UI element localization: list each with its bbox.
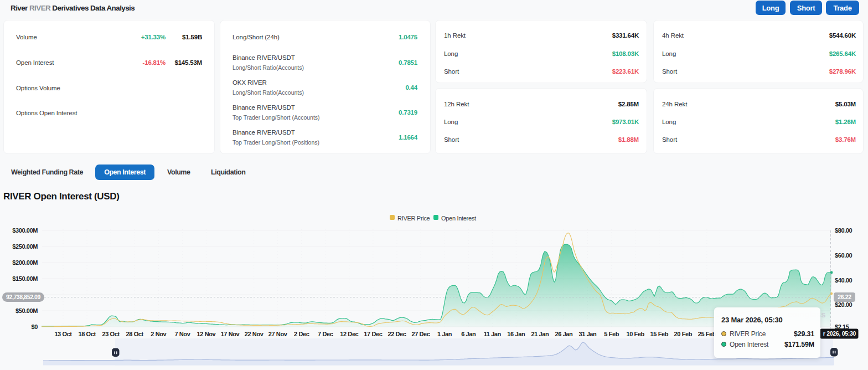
svg-text:r 2026, 05:30: r 2026, 05:30	[823, 330, 856, 337]
svg-text:$80.00: $80.00	[835, 227, 852, 234]
svg-text:31 Jan: 31 Jan	[579, 331, 597, 337]
svg-text:26.22: 26.22	[838, 294, 851, 300]
svg-text:$50.00M: $50.00M	[16, 307, 38, 314]
svg-text:22 Nov: 22 Nov	[245, 331, 264, 337]
svg-text:22 Dec: 22 Dec	[388, 331, 406, 337]
svg-text:92,738,852.09: 92,738,852.09	[6, 294, 41, 300]
svg-text:27 Dec: 27 Dec	[411, 331, 430, 337]
svg-text:$250.00M: $250.00M	[12, 243, 38, 250]
svg-text:1 Jan: 1 Jan	[437, 331, 452, 337]
svg-text:$40.00: $40.00	[835, 277, 852, 284]
svg-text:13 Oct: 13 Oct	[54, 331, 72, 337]
svg-text:12 Nov: 12 Nov	[197, 331, 216, 337]
svg-text:$150.00M: $150.00M	[12, 275, 38, 282]
svg-text:11 Jan: 11 Jan	[484, 331, 502, 337]
svg-text:26 Jan: 26 Jan	[555, 331, 574, 337]
svg-text:$200.00M: $200.00M	[12, 259, 38, 266]
svg-text:16 Jan: 16 Jan	[507, 331, 525, 337]
svg-text:2 Nov: 2 Nov	[151, 331, 167, 337]
svg-text:5 Feb: 5 Feb	[604, 331, 619, 337]
svg-text:$60.00: $60.00	[835, 252, 852, 259]
svg-text:27 Nov: 27 Nov	[268, 331, 288, 337]
svg-text:21 Jan: 21 Jan	[531, 331, 549, 337]
svg-text:7 Nov: 7 Nov	[174, 331, 190, 337]
svg-text:7 Dec: 7 Dec	[318, 331, 333, 337]
svg-text:6 Jan: 6 Jan	[461, 331, 476, 337]
svg-text:17 Nov: 17 Nov	[221, 331, 240, 337]
svg-text:$300.00M: $300.00M	[12, 227, 38, 234]
svg-text:10 Feb: 10 Feb	[626, 331, 644, 337]
svg-text:$0: $0	[32, 323, 38, 330]
svg-text:20 Feb: 20 Feb	[674, 331, 693, 337]
svg-text:12 Dec: 12 Dec	[340, 331, 358, 337]
svg-text:$20.00: $20.00	[835, 301, 852, 308]
svg-text:18 Oct: 18 Oct	[78, 331, 96, 337]
svg-text:28 Oct: 28 Oct	[126, 331, 144, 337]
svg-text:2 Dec: 2 Dec	[294, 331, 309, 337]
svg-text:23 Oct: 23 Oct	[102, 331, 120, 337]
svg-text:17 Dec: 17 Dec	[364, 331, 382, 337]
svg-text:25 Feb: 25 Feb	[698, 331, 716, 337]
svg-text:15 Feb: 15 Feb	[650, 331, 669, 337]
